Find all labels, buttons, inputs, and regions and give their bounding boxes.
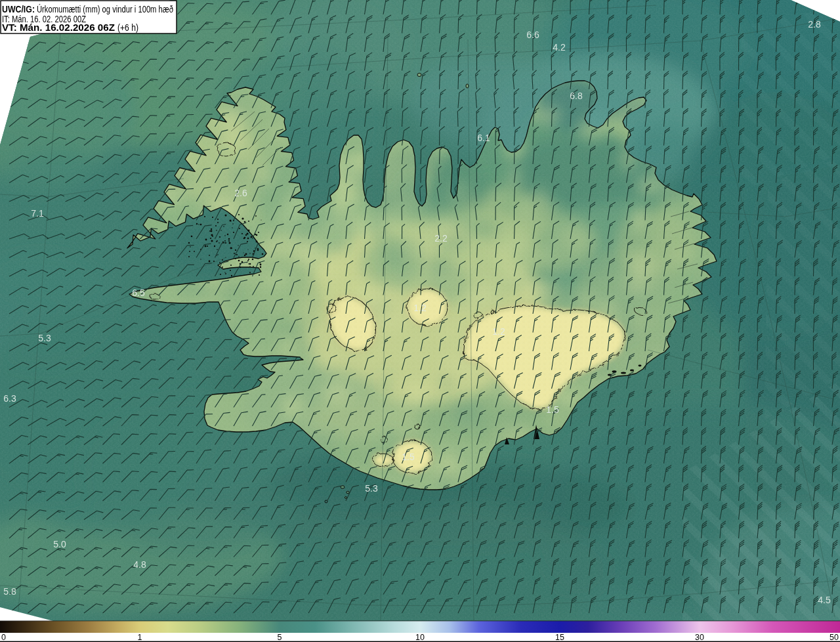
svg-text:4.5: 4.5	[818, 595, 831, 605]
svg-text:6.5: 6.5	[132, 288, 145, 298]
svg-text:7.1: 7.1	[31, 208, 44, 219]
svg-text:1.2: 1.2	[492, 326, 505, 337]
svg-text:1: 1	[138, 633, 142, 642]
svg-text:1.5: 1.5	[402, 452, 415, 462]
svg-text:5.3: 5.3	[365, 483, 378, 494]
svg-text:2.8: 2.8	[808, 19, 821, 30]
svg-text:5.8: 5.8	[3, 586, 16, 597]
svg-text:50: 50	[830, 633, 839, 642]
svg-text:6.3: 6.3	[3, 393, 16, 404]
svg-text:5: 5	[278, 633, 282, 642]
svg-text:4.2: 4.2	[553, 42, 566, 53]
svg-text:1.2: 1.2	[413, 303, 427, 313]
svg-text:2.6: 2.6	[234, 188, 247, 198]
svg-text:0: 0	[1, 633, 6, 642]
svg-text:6.6: 6.6	[526, 30, 539, 40]
svg-text:2.2: 2.2	[434, 233, 448, 244]
svg-text:4.8: 4.8	[133, 559, 146, 570]
svg-text:15: 15	[555, 633, 564, 642]
svg-text:(+6 h): (+6 h)	[117, 22, 138, 33]
svg-text:5.3: 5.3	[38, 333, 51, 343]
svg-text:1.5: 1.5	[546, 404, 559, 415]
svg-text:6.1: 6.1	[477, 133, 490, 143]
svg-text:30: 30	[695, 633, 704, 642]
svg-text:6.8: 6.8	[570, 91, 583, 101]
svg-text:5.0: 5.0	[53, 539, 66, 549]
svg-text:VT: Mán. 16.02.2026 06Z: VT: Mán. 16.02.2026 06Z	[2, 22, 115, 33]
svg-text:10: 10	[415, 633, 425, 642]
